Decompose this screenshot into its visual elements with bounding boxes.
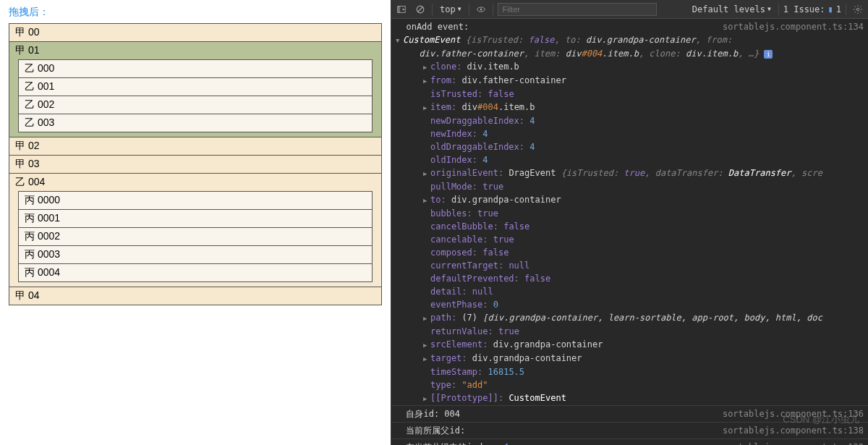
console-row[interactable]: 自身id: 004sortablejs.component.ts:136 — [391, 405, 868, 422]
console-row[interactable]: ▶item: div#004.item.b — [391, 101, 868, 114]
console-row[interactable]: cancelable: true — [391, 233, 868, 246]
console-row[interactable]: oldIndex: 4 — [391, 153, 868, 166]
nested-container[interactable]: 乙 000乙 001乙 002乙 003 — [18, 59, 373, 132]
item-label: 甲 01 — [15, 44, 375, 57]
console-row[interactable]: detail: null — [391, 285, 868, 298]
list-item[interactable]: 丙 0000 — [18, 191, 373, 209]
live-expression-icon[interactable] — [474, 2, 488, 17]
svg-rect-1 — [398, 6, 401, 12]
console-row[interactable]: bubbles: true — [391, 207, 868, 220]
console-row[interactable]: type: "add" — [391, 378, 868, 391]
settings-icon[interactable] — [851, 2, 865, 17]
console-row[interactable]: currentTarget: null — [391, 259, 868, 272]
console-toolbar: top▼ Default levels▼ 1 Issue: ▮ 1 — [391, 0, 868, 19]
separator — [469, 4, 469, 15]
list-item[interactable]: 乙 002 — [18, 96, 373, 114]
console-row[interactable]: ▶[[Prototype]]: CustomEvent — [391, 391, 868, 405]
info-icon[interactable]: i — [764, 50, 773, 59]
list-item[interactable]: 乙 001 — [18, 77, 373, 96]
console-row[interactable]: eventPhase: 0 — [391, 298, 868, 311]
devtools-panel: top▼ Default levels▼ 1 Issue: ▮ 1 onAdd … — [391, 0, 868, 445]
console-output[interactable]: onAdd event:sortablejs.component.ts:134▼… — [391, 19, 868, 445]
console-row[interactable]: ▶path: (7) [div.grandpa-container, learn… — [391, 311, 868, 325]
list-item[interactable]: 甲 00 — [9, 24, 381, 42]
console-row[interactable]: pullMode: true — [391, 180, 868, 193]
console-row[interactable]: isTrusted: false — [391, 88, 868, 101]
list-item[interactable]: 甲 04 — [9, 287, 381, 305]
log-levels-selector[interactable]: Default levels▼ — [689, 4, 774, 14]
source-link[interactable]: sortablejs.component.ts:139 — [723, 441, 864, 445]
source-link[interactable]: sortablejs.component.ts:134 — [723, 21, 864, 33]
console-row[interactable]: timeStamp: 16815.5 — [391, 365, 868, 378]
console-row[interactable]: ▶originalEvent: DragEvent {isTrusted: tr… — [391, 166, 868, 180]
toggle-sidebar-icon[interactable] — [394, 2, 409, 17]
list-item[interactable]: 丙 0003 — [18, 245, 373, 263]
grandpa-container[interactable]: 甲 00甲 01乙 000乙 001乙 002乙 003甲 02甲 03乙 00… — [9, 23, 382, 305]
separator — [778, 4, 779, 15]
separator — [432, 4, 433, 15]
list-item[interactable]: 甲 02 — [9, 137, 381, 156]
console-row[interactable]: ▼CustomEvent {isTrusted: false, to: div.… — [391, 33, 868, 47]
console-row[interactable]: 当前所属父id:sortablejs.component.ts:138 — [391, 422, 868, 438]
console-row[interactable]: newDraggableIndex: 4 — [391, 114, 868, 127]
console-row[interactable]: ▶to: div.grandpa-container — [391, 193, 868, 207]
console-row[interactable]: returnValue: true — [391, 325, 868, 338]
list-item[interactable]: 乙 000 — [18, 59, 373, 77]
svg-line-4 — [418, 7, 423, 12]
console-row[interactable]: onAdd event:sortablejs.component.ts:134 — [391, 20, 868, 33]
console-row[interactable]: oldDraggableIndex: 4 — [391, 140, 868, 153]
list-item[interactable]: 甲 01乙 000乙 001乙 002乙 003 — [9, 42, 381, 137]
sortable-demo-panel: 拖拽后： 甲 00甲 01乙 000乙 001乙 002乙 003甲 02甲 0… — [0, 0, 391, 445]
console-row[interactable]: 在当前分组中的index: 4sortablejs.component.ts:1… — [391, 438, 868, 445]
console-row[interactable]: composed: false — [391, 246, 868, 259]
console-row[interactable]: ▶target: div.grandpa-container — [391, 352, 868, 365]
list-item[interactable]: 丙 0001 — [18, 209, 373, 227]
list-item[interactable]: 乙 004丙 0000丙 0001丙 0002丙 0003丙 0004 — [9, 174, 381, 287]
context-selector[interactable]: top▼ — [437, 4, 464, 14]
clear-console-icon[interactable] — [413, 2, 427, 17]
separator — [846, 4, 846, 15]
console-row[interactable]: ▶srcElement: div.grandpa-container — [391, 338, 868, 352]
svg-marker-2 — [403, 8, 405, 11]
list-item[interactable]: 丙 0004 — [18, 263, 373, 282]
source-link[interactable]: sortablejs.component.ts:136 — [723, 408, 864, 420]
console-row[interactable]: ▶clone: div.item.b — [391, 60, 868, 74]
filter-input[interactable] — [498, 3, 657, 16]
svg-point-6 — [480, 8, 482, 10]
list-item[interactable]: 丙 0002 — [18, 227, 373, 245]
list-item[interactable]: 甲 03 — [9, 156, 381, 174]
console-row[interactable]: defaultPrevented: false — [391, 272, 868, 285]
page-title: 拖拽后： — [9, 6, 382, 19]
console-row[interactable]: ▶from: div.father-container — [391, 74, 868, 88]
item-label: 乙 004 — [15, 176, 375, 189]
source-link[interactable]: sortablejs.component.ts:138 — [723, 425, 864, 436]
nested-container[interactable]: 丙 0000丙 0001丙 0002丙 0003丙 0004 — [18, 191, 373, 282]
console-row[interactable]: cancelBubble: false — [391, 220, 868, 233]
list-item[interactable]: 乙 003 — [18, 114, 373, 132]
separator — [493, 4, 493, 15]
issues-button[interactable]: 1 Issue: ▮ 1 — [783, 4, 841, 14]
console-row[interactable]: newIndex: 4 — [391, 127, 868, 140]
console-row[interactable]: div.father-container, item: div#004.item… — [391, 47, 868, 60]
svg-point-7 — [856, 8, 859, 11]
